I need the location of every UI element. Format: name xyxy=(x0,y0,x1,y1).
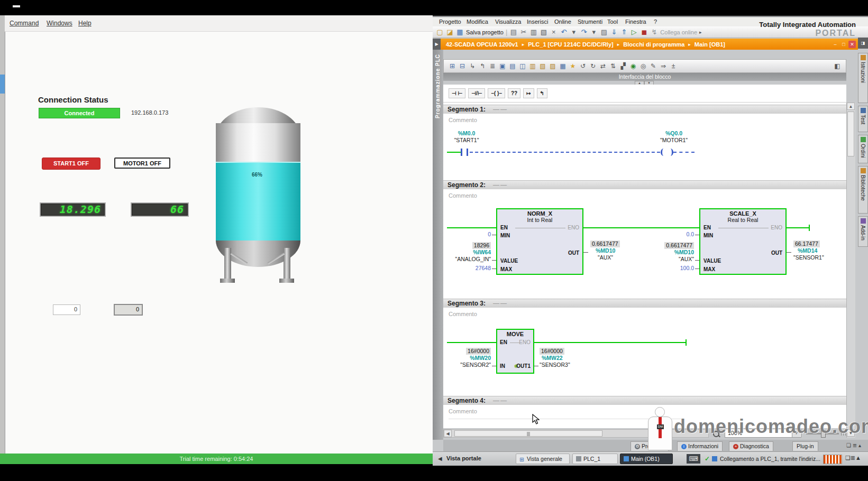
segment2-comment[interactable]: Commento xyxy=(449,192,477,199)
absolute-symbolic-icon[interactable]: ▥ xyxy=(528,62,537,70)
vertical-scrollbar[interactable]: ▲ ▼ xyxy=(846,103,855,438)
breadcrumb-project[interactable]: 42-SCADA OPCUA 1200v1 xyxy=(446,41,518,48)
breadcrumb-plc[interactable]: PLC_1 [CPU 1214C DC/DC/Rly] xyxy=(528,41,613,48)
scale-value-operand[interactable]: 0.6617477 %MD10 "AUX" xyxy=(637,242,694,263)
tab-addin[interactable]: Add-in xyxy=(858,216,868,247)
tab-informazioni[interactable]: iInformazioni xyxy=(677,441,723,451)
toggle-comments-icon[interactable]: ◫ xyxy=(518,62,527,70)
plc-programming-strip[interactable]: Programmazione PLC xyxy=(433,50,443,440)
segment1-comment[interactable]: Commento xyxy=(449,117,477,123)
insert-row-icon[interactable]: ≣ xyxy=(488,62,497,70)
insert-network-icon[interactable]: ⊞ xyxy=(448,62,456,70)
norm-x-block[interactable]: NORM_X Int to Real EN ENO MIN VALUE MAX … xyxy=(496,208,583,275)
breadcrumb-blocks[interactable]: Blocchi di programma xyxy=(623,41,684,48)
paste-icon[interactable]: ▧ xyxy=(540,28,547,36)
segment4-comment[interactable]: Commento xyxy=(449,408,477,414)
call-hierarchy-icon[interactable]: ↻ xyxy=(589,62,597,70)
menu-windows[interactable]: Windows xyxy=(47,20,72,27)
start1-button[interactable]: START1 OFF xyxy=(42,158,100,170)
tab-diagnostica[interactable]: +Diagnostica xyxy=(729,441,773,451)
scale-max-value[interactable]: 100.0 xyxy=(658,265,694,272)
start-cpu-icon[interactable]: ▷ xyxy=(630,28,638,36)
close-branch-fav-icon[interactable]: ↰ xyxy=(537,88,547,98)
tia-menu-inserisci[interactable]: Inserisci xyxy=(527,18,548,25)
delete-network-icon[interactable]: ⊟ xyxy=(458,62,467,70)
ladder-options-icon[interactable]: ± xyxy=(669,62,678,70)
new-project-icon[interactable]: ▢ xyxy=(436,28,444,36)
block-interface-bar[interactable]: Interfaccia del blocco xyxy=(443,73,846,81)
consistency-check-icon[interactable]: ⇅ xyxy=(609,62,617,70)
notification-stripes-icon[interactable] xyxy=(823,455,842,464)
back-arrow-icon[interactable]: ◀ xyxy=(438,456,442,461)
value-input[interactable]: 0 xyxy=(114,304,143,316)
upload-from-device-icon[interactable]: ⇑ xyxy=(620,28,628,36)
close-icon[interactable]: ✕ xyxy=(848,41,856,48)
menu-help[interactable]: Help xyxy=(78,20,92,27)
copy-icon[interactable]: ▥ xyxy=(529,28,537,36)
tia-menu-online[interactable]: Online xyxy=(554,18,571,25)
tia-menu-help[interactable]: ? xyxy=(654,18,657,25)
edge-scroll-indicator[interactable] xyxy=(0,75,5,94)
norm-value-operand[interactable]: 18296 %IW64 "ANALOG_IN" xyxy=(443,242,491,263)
stop-cpu-icon[interactable]: ◼ xyxy=(640,28,648,36)
coil-operand[interactable]: %Q0.0 "MOTOR1" xyxy=(653,130,695,144)
tia-menu-modifica[interactable]: Modifica xyxy=(467,18,488,25)
close-branch-icon[interactable]: ↰ xyxy=(478,62,487,70)
segment1-header[interactable]: Segmento 1:—— xyxy=(443,105,846,114)
tab-biblioteche[interactable]: Biblioteche xyxy=(858,166,868,214)
tia-menu-progetto[interactable]: Progetto xyxy=(439,18,461,25)
minimize-icon[interactable]: – xyxy=(832,41,839,48)
snapshot-icon[interactable]: ◎ xyxy=(639,62,647,70)
tab-ordini[interactable]: Ordini xyxy=(858,135,868,163)
block-interface-toggle-icon[interactable]: ◧ xyxy=(833,62,842,70)
segment2-header[interactable]: Segmento 2:—— xyxy=(443,180,846,189)
undo-caret-icon[interactable]: ▾ xyxy=(570,28,578,36)
save-project-button[interactable]: Salva progetto xyxy=(466,29,504,35)
segment3-comment[interactable]: Commento xyxy=(449,311,477,317)
empty-box-icon[interactable]: ?? xyxy=(508,88,520,98)
vscroll-thumb[interactable] xyxy=(847,112,854,156)
breadcrumb-main[interactable]: Main [OB1] xyxy=(695,41,725,48)
monitoring-on-off-icon[interactable]: ◉ xyxy=(629,62,637,70)
scroll-left-icon[interactable]: ◀ xyxy=(444,430,452,437)
hscroll-thumb[interactable] xyxy=(454,430,602,437)
open-branch-icon[interactable]: ↳ xyxy=(468,62,477,70)
jump-to-icon[interactable]: ⇒ xyxy=(659,62,668,70)
coil-icon[interactable]: –( )– xyxy=(488,88,505,98)
program-canvas[interactable]: Segmento 1:—— Commento %M0.0 "START1" %Q… xyxy=(443,103,846,428)
go-online-plug-icon[interactable]: ↯ xyxy=(650,28,658,36)
cross-reference-icon[interactable]: ⇄ xyxy=(599,62,607,70)
save-project-icon[interactable]: ▦ xyxy=(456,28,464,36)
tia-menu-strumenti[interactable]: Strumenti xyxy=(578,18,602,25)
scale-out-operand[interactable]: 66.17477 %MD14 "SENSOR1" xyxy=(793,240,844,261)
tab-test[interactable]: Test xyxy=(858,106,868,132)
compile-block-icon[interactable]: ▞ xyxy=(619,62,627,70)
restore-icon[interactable]: □ xyxy=(840,41,847,48)
symbol-info-icon[interactable]: ▦ xyxy=(559,62,567,70)
nc-contact-icon[interactable]: ⊣/⊢ xyxy=(468,88,485,98)
expand-boxes-icon[interactable]: ▧ xyxy=(538,62,547,70)
online-caret-icon[interactable]: ▸ xyxy=(699,30,702,35)
connected-indicator[interactable]: Connected xyxy=(39,108,120,118)
main-ob1-taskbar-button[interactable]: Main (OB1) xyxy=(620,454,673,464)
open-project-icon[interactable]: ◪ xyxy=(446,28,454,36)
network-comments-icon[interactable]: ▤ xyxy=(508,62,517,70)
contact-operand[interactable]: %M0.0 "START1" xyxy=(445,130,488,144)
norm-max-value[interactable]: 27648 xyxy=(455,265,491,272)
insert-empty-box-icon[interactable]: ▣ xyxy=(498,62,507,70)
undo-icon[interactable]: ↶ xyxy=(560,28,568,36)
print-icon[interactable]: ▤ xyxy=(509,28,517,36)
keyboard-icon[interactable]: ⌨ xyxy=(687,454,700,464)
no-contact-icon[interactable]: ⊣ ⊢ xyxy=(449,88,465,98)
motor1-button[interactable]: MOTOR1 OFF xyxy=(114,158,170,169)
tab-plugin[interactable]: Plug-in xyxy=(792,441,818,451)
collapse-taskcards-button[interactable]: ◨ xyxy=(858,38,868,49)
setpoint-input[interactable]: 0 xyxy=(53,304,80,315)
move-out1-operand[interactable]: 16#0000 %MW22 "SENSOR3" xyxy=(540,348,592,368)
tia-menu-tool[interactable]: Tool xyxy=(607,18,618,25)
delete-icon[interactable]: × xyxy=(550,28,558,36)
tab-istruzioni[interactable]: Istruzioni xyxy=(858,53,868,103)
vista-portale-button[interactable]: Vista portale xyxy=(446,455,481,461)
modify-values-icon[interactable]: ✎ xyxy=(649,62,657,70)
redo-caret-icon[interactable]: ▾ xyxy=(590,28,598,36)
